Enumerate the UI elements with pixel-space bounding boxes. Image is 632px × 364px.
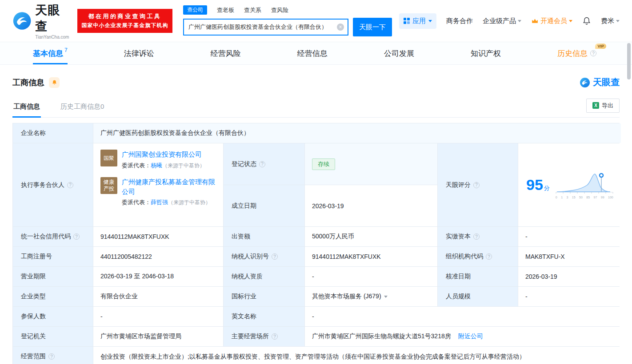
subtab-history-business-info[interactable]: 历史工商信息0	[60, 96, 105, 117]
help-icon[interactable]	[486, 253, 492, 260]
label-tianyan-score: 天眼评分	[438, 143, 518, 226]
tab-basic-info[interactable]: 基本信息 7	[33, 42, 68, 64]
search-input[interactable]	[188, 24, 335, 31]
value-executive-partner: 国聚 广州国聚创业投资有限公司 委派代表：杨曦（来源于中基协） 健康产投 广州健…	[93, 143, 223, 226]
promo-banner: 都在用的商业查询工具 国家中小企业发展子基金旗下机构	[77, 9, 172, 33]
label-business-address: 主要经营场所	[224, 327, 304, 346]
partner-company-link[interactable]: 广州健康产投私募基金管理有限公司	[122, 177, 216, 197]
partner-logo: 国聚	[100, 150, 117, 166]
clear-search-icon[interactable]	[337, 24, 344, 31]
search-tab-relations[interactable]: 查关系	[244, 6, 261, 14]
crown-icon	[531, 17, 539, 25]
scrollbar-thumb[interactable]	[627, 43, 631, 79]
vip-badge: VIP	[595, 44, 606, 49]
nearby-companies-link[interactable]: 附近公司	[458, 332, 483, 340]
label-registration-status: 登记状态	[224, 143, 304, 185]
help-icon[interactable]	[473, 233, 480, 240]
tianyancha-logo-icon	[12, 11, 32, 31]
logo-domain: TianYanCha.com	[35, 35, 70, 40]
search-area: 查公司 查老板 查关系 查风险 天眼一下	[183, 5, 392, 36]
export-button[interactable]: 导出	[586, 99, 620, 113]
partner-item: 国聚 广州国聚创业投资有限公司 委派代表：杨曦（来源于中基协）	[100, 150, 216, 170]
cooperation-label: 商务合作	[446, 17, 473, 25]
tab-label: 历史信息	[557, 48, 588, 59]
chevron-down-icon[interactable]	[384, 296, 388, 300]
search-button[interactable]: 天眼一下	[353, 18, 392, 36]
tab-operating-risk[interactable]: 经营风险	[211, 42, 241, 64]
tianyancha-logo[interactable]: 天眼查 TianYanCha.com	[12, 2, 70, 40]
tab-history-info[interactable]: VIP 历史信息	[557, 42, 599, 64]
label-business-scope: 经营范围	[13, 347, 93, 364]
apps-menu[interactable]: 应用	[399, 13, 436, 29]
value-tax-qualification: -	[305, 267, 437, 286]
tab-intellectual-property[interactable]: 知识产权	[471, 42, 501, 64]
nav-cooperation[interactable]: 商务合作	[446, 17, 473, 25]
score-distribution-chart: 0131550859799100	[555, 171, 614, 199]
tab-business-info[interactable]: 经营信息	[297, 42, 328, 64]
label-registration-number: 工商注册号	[13, 247, 93, 266]
rep-label: 委派代表：	[122, 199, 151, 206]
tab-label: 经营风险	[211, 48, 241, 59]
section-title: 工商信息	[12, 77, 44, 88]
excel-icon	[592, 102, 599, 109]
enterprise-label: 企业级产品	[483, 17, 516, 25]
promo-line1: 都在用的商业查询工具	[80, 12, 170, 20]
nav-enterprise-products[interactable]: 企业级产品	[483, 17, 521, 25]
tab-legal-proceedings[interactable]: 法律诉讼	[124, 42, 154, 64]
value-company-name: 广州广健医药创新股权投资基金合伙企业（有限合伙）	[93, 123, 621, 143]
help-icon[interactable]	[73, 233, 80, 240]
tab-label: 法律诉讼	[124, 48, 154, 59]
label-credit-code: 统一社会信用代码	[13, 227, 93, 246]
nav-open-vip[interactable]: 开通会员	[531, 17, 572, 25]
vip-label: 开通会员	[540, 17, 567, 25]
value-establish-date: 2026-03-19	[305, 185, 437, 226]
value-tianyan-score: 95分 0131550859799100	[518, 143, 621, 226]
partner-company-link[interactable]: 广州国聚创业投资有限公司	[122, 150, 205, 159]
partner-logo: 健康产投	[100, 177, 117, 194]
label-english-name: 英文名称	[224, 307, 304, 326]
value-staff-size: -	[518, 287, 621, 306]
user-menu[interactable]: 费米	[601, 17, 620, 25]
value-insured-count: -	[93, 307, 223, 326]
help-icon[interactable]	[473, 182, 480, 188]
label-taxpayer-id: 纳税人识别号	[224, 247, 304, 266]
search-tab-company[interactable]: 查公司	[183, 5, 207, 15]
business-info-table: 企业名称 广州广健医药创新股权投资基金合伙企业（有限合伙） 执行事务合伙人 国聚…	[12, 123, 620, 364]
label-paid-capital: 实缴资本	[438, 227, 518, 246]
label-establish-date: 成立日期	[224, 185, 304, 226]
value-business-scope: 创业投资（限投资未上市企业）;以私募基金从事股权投资、投资管理、资产管理等活动（…	[93, 347, 621, 364]
value-english-name: -	[305, 307, 621, 326]
tianyancha-logo-icon	[580, 77, 590, 88]
status-badge: 存续	[312, 158, 335, 170]
help-icon[interactable]	[67, 182, 73, 188]
export-label: 导出	[602, 102, 613, 110]
company-tabbar: 基本信息 7 法律诉讼 经营风险 经营信息 公司发展 知识产权 VIP 历史信息	[0, 42, 632, 65]
search-tab-boss[interactable]: 查老板	[217, 6, 234, 14]
score-value: 95	[526, 176, 543, 193]
label-industry: 国标行业	[224, 287, 304, 306]
subtab-business-info[interactable]: 工商信息	[12, 96, 41, 117]
label-tax-qualification: 纳税人资质	[224, 267, 304, 286]
tab-label: 公司发展	[384, 48, 414, 59]
help-icon[interactable]	[272, 253, 278, 260]
notifications-bell-icon[interactable]	[582, 16, 591, 25]
value-business-term: 2026-03-19 至 2046-03-18	[93, 267, 223, 286]
tab-count-badge: 7	[64, 47, 68, 53]
help-icon[interactable]	[48, 353, 55, 360]
monitor-bell-icon[interactable]	[49, 77, 60, 88]
value-registration-status: 存续	[305, 143, 437, 185]
search-tabs: 查公司 查老板 查关系 查风险	[183, 5, 392, 15]
help-icon[interactable]	[590, 50, 596, 56]
help-icon[interactable]	[259, 161, 265, 167]
search-tab-risk[interactable]: 查风险	[271, 6, 288, 14]
chevron-down-icon	[616, 20, 620, 24]
chevron-down-icon	[428, 20, 432, 24]
rep-person-link[interactable]: 杨曦	[151, 162, 162, 169]
help-icon[interactable]	[272, 333, 278, 340]
search-input-wrap	[183, 19, 348, 36]
label-staff-size: 人员规模	[438, 287, 518, 306]
header-nav: 应用 商务合作 企业级产品 开通会员 费米	[399, 13, 620, 29]
rep-person-link[interactable]: 薛哲强	[151, 199, 168, 206]
tab-company-development[interactable]: 公司发展	[384, 42, 414, 64]
tab-label: 基本信息	[33, 48, 63, 59]
